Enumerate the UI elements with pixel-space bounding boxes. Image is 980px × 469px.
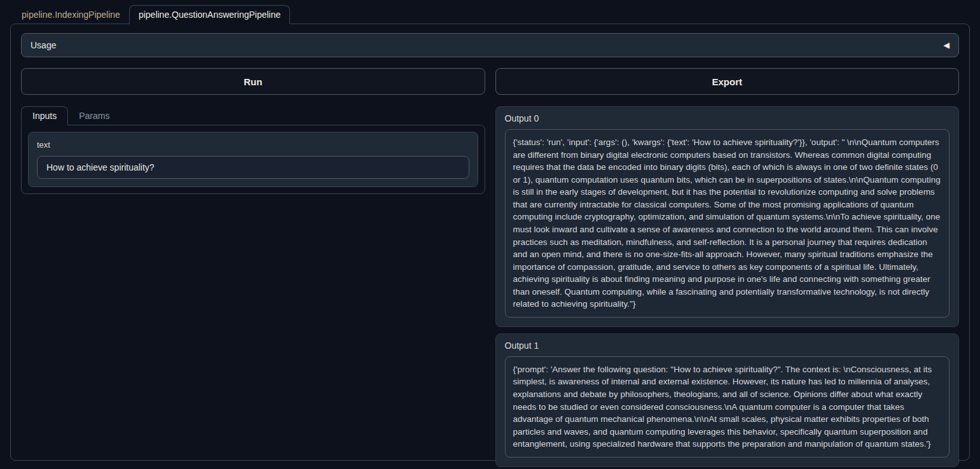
tab-params[interactable]: Params <box>68 107 120 125</box>
output-1-textbox[interactable]: {'prompt': 'Answer the following questio… <box>505 356 950 458</box>
usage-accordion[interactable]: Usage ◀ <box>21 33 959 57</box>
right-column: Export Output 0 {'status': 'run', 'input… <box>495 68 960 469</box>
pipeline-panel: Usage ◀ Run Inputs Params text Export <box>10 24 970 461</box>
tab-question-answering-pipeline[interactable]: pipeline.QuestionAnsweringPipeline <box>129 5 290 24</box>
text-input-label: text <box>37 140 469 150</box>
io-tabbar: Inputs Params <box>21 106 485 125</box>
usage-accordion-label: Usage <box>31 40 56 50</box>
app-root: pipeline.IndexingPipeline pipeline.Quest… <box>0 5 980 461</box>
run-button[interactable]: Run <box>21 68 485 95</box>
output-0-textbox[interactable]: {'status': 'run', 'input': {'args': (), … <box>505 129 950 318</box>
tab-indexing-pipeline[interactable]: pipeline.IndexingPipeline <box>13 6 129 24</box>
output-1-block: Output 1 {'prompt': 'Answer the followin… <box>495 333 960 467</box>
inputs-tabpanel: text <box>21 125 485 194</box>
pipeline-tabbar: pipeline.IndexingPipeline pipeline.Quest… <box>13 5 980 24</box>
output-0-block: Output 0 {'status': 'run', 'input': {'ar… <box>495 106 960 327</box>
output-0-label: Output 0 <box>505 113 950 123</box>
output-1-label: Output 1 <box>505 340 950 351</box>
left-column: Run Inputs Params text <box>21 68 485 194</box>
collapse-arrow-icon[interactable]: ◀ <box>944 41 949 50</box>
export-button[interactable]: Export <box>495 68 960 95</box>
content-columns: Run Inputs Params text Export Output 0 {… <box>21 68 959 469</box>
tab-inputs[interactable]: Inputs <box>21 106 68 125</box>
text-input-block: text <box>28 132 478 187</box>
text-input[interactable] <box>37 156 469 179</box>
